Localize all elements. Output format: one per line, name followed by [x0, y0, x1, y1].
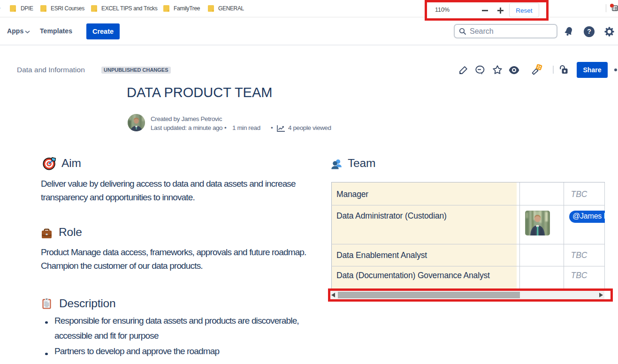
svg-text:?: ? [587, 28, 591, 35]
